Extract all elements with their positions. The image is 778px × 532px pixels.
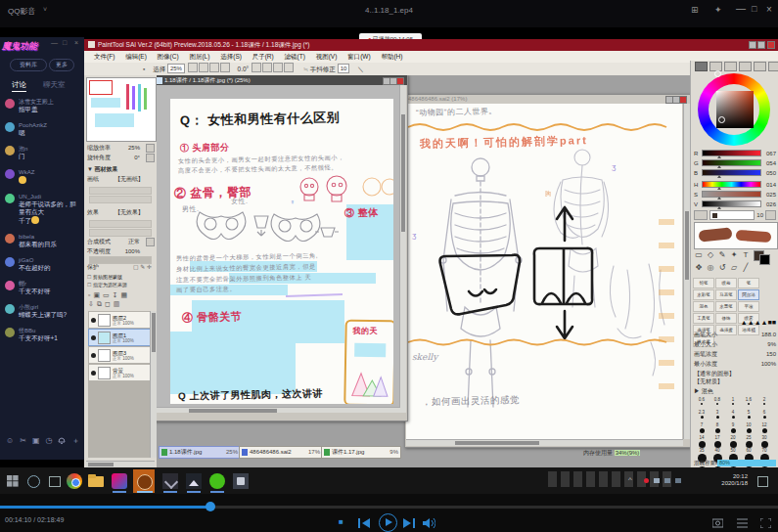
wheel-tab-icon [695, 62, 708, 71]
image-icon: ▣ [32, 436, 40, 448]
purple-underline [286, 293, 343, 297]
brush-size-preset: 6 [756, 410, 772, 422]
chat-message: 怪BBu千支不好呀+1 [5, 327, 81, 342]
stabilizer-label: 手抖修正 [310, 66, 336, 72]
play-button[interactable] [379, 513, 397, 532]
mountain-sketch [347, 363, 391, 399]
sai-menubar: 文件(F) 编辑(E) 图像(C) 图层(L) 选择(S) 尺子(R) 滤镜(T… [84, 51, 778, 63]
chrome-icon [67, 473, 82, 489]
fullscreen-icon[interactable] [760, 518, 771, 528]
music-app-icon [112, 473, 127, 489]
brush-size-preset: 30 [756, 435, 772, 448]
zoom-ratio-row: 缩放倍率25% [87, 144, 154, 153]
menu-edit: 编辑(E) [125, 53, 147, 60]
brush-size-preset: 0.6 [694, 397, 709, 410]
saturation-value-square [716, 91, 754, 128]
progress-handle[interactable] [206, 502, 215, 511]
document-1-canvas: Q： 女性和男性有什么区别 ① 头肩部分 女性的头会更小，画男女一起时要注意把女… [170, 99, 393, 404]
chat-message: UN_Judi 老师干说话多的，胆量有点大 千了 [5, 193, 81, 225]
pelvis-diagram-sketch [527, 198, 602, 344]
layer-thumbnail [98, 314, 111, 327]
color-mixer-pad [694, 222, 778, 249]
chat-message: 冰雪女王殿上指甲盖 [5, 98, 81, 113]
brush-size-preset: 8 [709, 422, 725, 435]
previous-button[interactable] [358, 518, 370, 528]
sai-title-text: PaintTool SAI Ver.2 (64bit) Preview.2018… [98, 39, 309, 51]
document-2-titlebar: 486486486.sai2 (17%) [405, 95, 690, 104]
selection-source-checkbox: ☐ 指定为选区来源 [87, 281, 154, 289]
slider-blue: B050 [694, 168, 776, 177]
canvas-area: 486486486.sai2 (17%) “动物园”的二人世界。 我的天啊！可怕… [157, 75, 690, 467]
eye-icon [91, 353, 96, 358]
screenshot-icon[interactable] [712, 518, 723, 528]
mini-mode-icon[interactable]: ⊞ [691, 5, 699, 15]
sai-minimize-button [749, 41, 756, 49]
menu-filter: 滤镜(T) [285, 53, 305, 60]
brush-size-row: 画笔大小188.0 [694, 331, 776, 339]
action-center-icon [757, 476, 768, 487]
doc1-close [396, 77, 404, 85]
plus-icon: ＋ [71, 436, 79, 448]
tray-volume-icon [664, 478, 670, 483]
sai-titlebar: PaintTool SAI Ver.2 (64bit) Preview.2018… [84, 39, 778, 51]
purple-mark: ʒ [612, 162, 616, 171]
protect-row: 保护 ▢ ✎ ✛ [87, 263, 154, 272]
next-button[interactable] [403, 518, 415, 528]
new-folder-icon: ▣ [93, 291, 100, 299]
rotate-button [146, 154, 155, 162]
settings-icon[interactable]: ✦ [714, 5, 722, 15]
zoom-tool-icon: ◎ [705, 263, 716, 272]
eye-icon [91, 318, 96, 323]
chat-tab-discuss: 讨论 [12, 80, 26, 92]
rotate-ccw-button [252, 63, 261, 72]
brush-item: 混色 [693, 301, 714, 312]
slider-hue: H014 [694, 180, 776, 189]
maximize-button[interactable]: □ [752, 4, 756, 14]
line-tool-icon: ＼ [357, 66, 364, 72]
swatch-mode-button [694, 210, 708, 220]
layer-row: 图层2正常 100% [88, 311, 153, 329]
minimize-button[interactable]: — [736, 3, 746, 14]
stop-button[interactable]: ■ [339, 517, 343, 526]
chat-message: bibela都来看的日乐 [5, 233, 81, 248]
sai-maximize-button [757, 41, 765, 49]
purple-mark: ʒ [412, 231, 416, 240]
brush-size-preset: 9 [725, 422, 741, 435]
fg-bg-swatches [752, 250, 771, 262]
brush-item: 水彩笔 [693, 289, 714, 300]
capacity-row: 混色容量 80% [694, 459, 776, 466]
close-button[interactable]: × [766, 4, 772, 15]
qq-player-taskbar-active [133, 469, 155, 493]
sai-app-icon [88, 41, 95, 48]
color-tool-panel: R067 G054 B050 H014 S025 V026 [690, 61, 778, 467]
sv-cursor [718, 116, 725, 123]
chat-tab-room: 聊天室 [43, 80, 66, 90]
playlist-icon[interactable] [737, 518, 748, 528]
document-window-1: 1.18课件 / 1.18课件.jpg (*) (25%) Q： 女性和男性有什… [157, 75, 408, 421]
hsv-tab-icon [724, 62, 737, 71]
material-section-header: ▼ 画材效果 [87, 165, 154, 174]
eyedropper-icon: ╱ [740, 263, 752, 272]
video-frame[interactable]: ●已播放00:14:05 魔鬼功能 — □ × 资料库 更多 讨论 聊天室 冰雪… [0, 27, 778, 494]
mixer-tab-icon [739, 62, 752, 71]
skelly-label: skelly [412, 352, 437, 362]
slider-value: V026 [694, 200, 776, 208]
volume-icon[interactable] [423, 518, 435, 528]
sai-taskbar-icon [162, 473, 178, 489]
swatch-field-row: 10 [694, 210, 776, 220]
mask-icon: ◻ [105, 300, 111, 308]
capacity-bar: 80% [717, 460, 776, 466]
nav-icon: ▪ [143, 66, 145, 72]
chat-message: 帽r千支不好呀 [5, 280, 81, 295]
brush-size-preset: 14 [694, 435, 709, 448]
file-icon [324, 449, 330, 456]
angle-value: 0.0° [238, 66, 250, 72]
chat-message: 泡n门 [5, 145, 81, 160]
brush-item: 平涂 [738, 301, 759, 312]
progress-track[interactable] [0, 506, 778, 509]
flip-button [273, 63, 283, 72]
active-app-indicator [137, 491, 153, 493]
paint-app-icon [233, 473, 249, 489]
memory-status: 内存使用量 34%(9%) [583, 449, 640, 458]
zoom-reset-button [220, 63, 230, 72]
